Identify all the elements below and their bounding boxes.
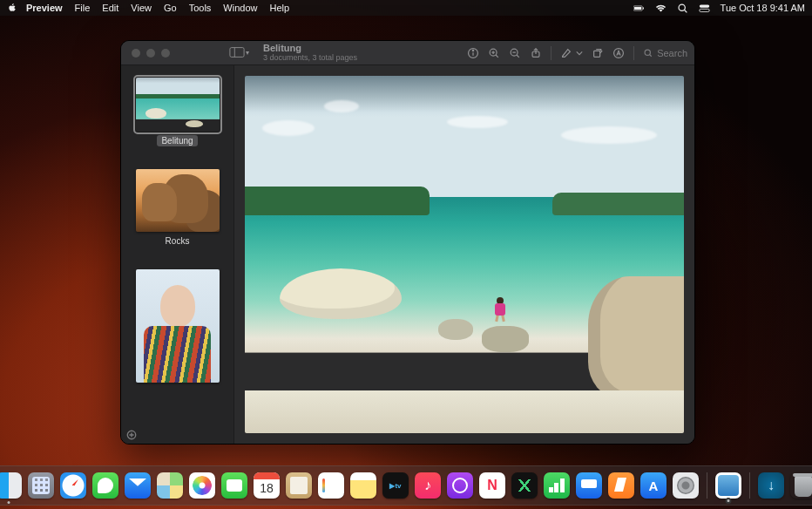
window-zoom-button[interactable] xyxy=(161,49,170,58)
toolbar-right: Search xyxy=(467,46,694,60)
dock-app-mail[interactable] xyxy=(125,472,151,499)
dock-app-messages[interactable] xyxy=(92,472,118,499)
dock-app-calendar[interactable] xyxy=(254,472,280,499)
sidebar-add-button[interactable] xyxy=(126,430,137,440)
dock-app-safari[interactable] xyxy=(60,472,86,499)
thumbnail-item[interactable]: Belitung xyxy=(136,78,220,146)
svg-line-13 xyxy=(496,55,498,58)
menubar-item-help[interactable]: Help xyxy=(269,3,289,13)
dock-app-appstore[interactable] xyxy=(640,472,667,499)
menubar-item-view[interactable]: View xyxy=(131,3,152,13)
menubar-item-edit[interactable]: Edit xyxy=(102,3,118,13)
thumbnail-image xyxy=(136,269,220,383)
window-title-block: Belitung 3 documents, 3 total pages xyxy=(263,44,357,62)
dock-app-pages[interactable] xyxy=(608,472,634,499)
dock-app-music[interactable] xyxy=(415,472,441,499)
menubar-item-window[interactable]: Window xyxy=(223,3,257,13)
svg-line-17 xyxy=(517,55,519,58)
apple-menu[interactable] xyxy=(7,3,17,13)
menubar-menus: Preview File Edit View Go Tools Window H… xyxy=(26,3,289,13)
wifi-icon[interactable] xyxy=(655,3,667,14)
menubar-item-go[interactable]: Go xyxy=(164,3,177,13)
dock-trash[interactable] xyxy=(790,472,812,499)
toolbar-search[interactable]: Search xyxy=(643,48,687,58)
thumbnail-image xyxy=(136,169,220,232)
image-viewport[interactable] xyxy=(234,65,694,444)
preview-window: ▾ Belitung 3 documents, 3 total pages Se… xyxy=(120,40,695,445)
window-titlebar[interactable]: ▾ Belitung 3 documents, 3 total pages Se… xyxy=(121,41,694,65)
dock-app-launchpad[interactable] xyxy=(28,472,54,499)
menubar-item-tools[interactable]: Tools xyxy=(189,3,212,13)
info-button[interactable] xyxy=(467,47,479,59)
share-button[interactable] xyxy=(530,47,542,59)
window-minimize-button[interactable] xyxy=(146,49,155,58)
svg-line-4 xyxy=(684,10,687,12)
window-traffic-lights xyxy=(121,49,224,58)
svg-point-3 xyxy=(679,4,685,10)
battery-icon[interactable] xyxy=(633,3,645,14)
highlight-menu-button[interactable] xyxy=(576,50,583,57)
dock-stack-downloads[interactable] xyxy=(758,472,784,499)
menubar: Preview File Edit View Go Tools Window H… xyxy=(0,0,812,16)
thumbnail-label: Rocks xyxy=(161,235,194,247)
rotate-button[interactable] xyxy=(592,47,604,59)
dock-app-news[interactable] xyxy=(479,472,505,499)
svg-point-11 xyxy=(472,50,473,51)
control-center-icon[interactable] xyxy=(699,3,710,14)
highlight-button[interactable] xyxy=(560,47,572,59)
svg-rect-2 xyxy=(642,7,643,9)
window-close-button[interactable] xyxy=(132,49,140,58)
dock-app-settings[interactable] xyxy=(673,472,699,499)
svg-rect-1 xyxy=(634,6,641,9)
thumbnail-item[interactable] xyxy=(136,269,220,383)
thumbnail-item[interactable]: Rocks xyxy=(136,169,220,247)
dock-app-facetime[interactable] xyxy=(221,472,247,499)
markup-button[interactable] xyxy=(612,47,625,59)
search-placeholder: Search xyxy=(657,48,687,58)
dock-app-tv[interactable] xyxy=(382,472,409,499)
svg-rect-5 xyxy=(699,4,708,7)
window-subtitle: 3 documents, 3 total pages xyxy=(263,54,357,62)
svg-rect-7 xyxy=(230,48,244,58)
menubar-item-file[interactable]: File xyxy=(75,3,91,13)
dock-app-contacts[interactable] xyxy=(286,472,312,499)
dock-app-stocks[interactable] xyxy=(511,472,538,499)
menubar-right: Tue Oct 18 9:41 AM xyxy=(633,3,805,14)
thumbnail-label: Belitung xyxy=(157,135,197,146)
svg-rect-21 xyxy=(594,51,600,57)
dock-app-podcasts[interactable] xyxy=(447,472,473,499)
dock-divider xyxy=(707,472,707,499)
zoom-out-button[interactable] xyxy=(509,47,521,59)
dock-app-finder[interactable] xyxy=(0,472,22,499)
toolbar-left: ▾ Belitung 3 documents, 3 total pages xyxy=(224,44,357,62)
svg-point-23 xyxy=(645,50,650,55)
toolbar-separator xyxy=(633,46,634,60)
svg-line-24 xyxy=(650,54,652,56)
main-image xyxy=(245,76,684,433)
chevron-down-icon: ▾ xyxy=(246,49,249,57)
menubar-clock[interactable]: Tue Oct 18 9:41 AM xyxy=(721,3,805,13)
window-title: Belitung xyxy=(263,44,357,54)
sidebar-toggle-button[interactable]: ▾ xyxy=(229,46,249,58)
zoom-in-button[interactable] xyxy=(488,47,500,59)
window-body: Belitung Rocks xyxy=(121,65,694,444)
dock-app-numbers[interactable] xyxy=(544,472,570,499)
dock-app-photos[interactable] xyxy=(189,472,215,499)
dock-divider xyxy=(749,472,750,499)
spotlight-icon[interactable] xyxy=(677,3,688,14)
dock-app-maps[interactable] xyxy=(157,472,183,499)
menubar-app-name[interactable]: Preview xyxy=(26,3,63,13)
dock-app-preview[interactable] xyxy=(715,472,741,499)
thumbnail-sidebar[interactable]: Belitung Rocks xyxy=(121,65,234,444)
search-icon xyxy=(643,48,653,58)
toolbar-separator xyxy=(551,46,551,60)
dock-app-reminders[interactable] xyxy=(318,472,344,499)
dock xyxy=(0,465,812,506)
svg-rect-6 xyxy=(699,9,708,11)
dock-app-notes[interactable] xyxy=(350,472,376,499)
dock-app-keynote[interactable] xyxy=(576,472,602,499)
thumbnail-image xyxy=(136,78,220,132)
